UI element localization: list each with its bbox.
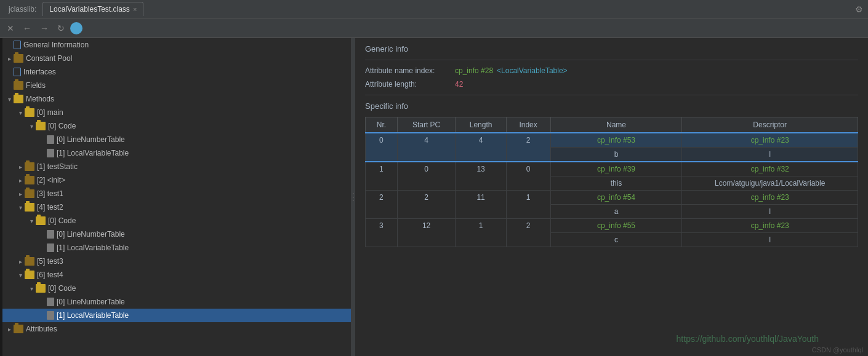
tree-item-test4[interactable]: [6] test4 [2,268,351,282]
tree-item-test-static[interactable]: [1] testStatic [2,160,351,173]
folder-icon [25,271,34,279]
table-cell: 2 [366,191,398,219]
tree-panel: General InformationConstant PoolInterfac… [2,38,352,356]
tree-item-test4-lvt[interactable]: [1] LocalVariableTable [2,309,351,322]
tree-item-attributes[interactable]: Attributes [2,322,351,336]
file-gray-icon [47,311,54,320]
tree-item-label: [0] Code [48,122,76,130]
table-cell[interactable]: cp_info #23 [682,133,858,148]
tree-item-main-lvt[interactable]: [1] LocalVariableTable [2,146,351,160]
tab-close-icon[interactable]: × [133,6,137,13]
tree-item-methods[interactable]: Methods [2,92,351,106]
table-cell[interactable]: cp_info #54 [550,191,682,205]
cp-link[interactable]: cp_info #39 [597,165,635,173]
tree-item-main-lnt[interactable]: [0] LineNumberTable [2,133,351,146]
forward-button[interactable]: → [37,22,52,34]
tree-item-test2-lvt[interactable]: [1] LocalVariableTable [2,241,351,255]
attr-length-value: 42 [455,80,463,89]
gear-button[interactable]: ⚙ [855,4,863,14]
table-cell: 2 [506,133,550,162]
tree-item-label: [0] Code [48,284,76,293]
folder-icon [36,284,46,293]
tree-item-main[interactable]: [0] main [2,106,351,119]
table-cell[interactable]: cp_info #23 [682,219,858,233]
tree-item-constant-pool[interactable]: Constant Pool [2,52,351,65]
file-gray-icon [47,135,54,144]
table-cell-desc-plain: Lcom/atguigu/java1/LocalVariable [682,176,858,191]
table-cell: 0 [366,133,398,162]
table-cell: 12 [397,219,456,247]
tree-item-test1[interactable]: [3] test1 [2,187,351,200]
table-header-name: Name [550,117,682,133]
cp-link[interactable]: cp_info #53 [597,136,635,144]
tab-label: LocalVariablesTest.class [49,5,130,14]
tree-item-test4-code[interactable]: [0] Code [2,282,351,295]
tree-item-main-code[interactable]: [0] Code [2,119,351,133]
table-cell: 3 [366,219,398,247]
tree-item-label: Fields [26,81,46,90]
folder-icon [14,81,23,90]
cp-link[interactable]: cp_info #32 [751,165,789,173]
table-row: 31212cp_info #55cp_info #23 [366,219,858,233]
attr-name-label: Attribute name index: [365,66,451,75]
tree-item-test2[interactable]: [4] test2 [2,200,351,214]
table-cell[interactable]: cp_info #39 [550,162,682,176]
tree-item-general-info[interactable]: General Information [2,38,351,52]
attr-name-link[interactable]: cp_info #28 [455,66,493,75]
table-cell: 2 [397,191,456,219]
file-gray-icon [47,243,54,252]
tree-item-label: [1] LocalVariableTable [57,243,129,252]
tree-item-interfaces[interactable]: Interfaces [2,65,351,79]
tree-arrow-icon [16,191,25,197]
close-button[interactable]: ✕ [4,22,17,34]
attr-name-value: <LocalVariableTable> [497,66,568,75]
folder-icon [14,325,23,333]
tree-item-label: [0] LineNumberTable [57,298,125,306]
folder-icon [14,95,23,103]
tree-item-label: [1] testStatic [37,162,78,171]
generic-info-title: Generic info [365,44,858,53]
table-cell[interactable]: cp_info #32 [682,162,858,176]
tree-item-label: [1] LocalVariableTable [57,149,129,157]
file-gray-icon [47,149,54,157]
table-cell-name-plain: this [550,176,682,191]
table-body: 0442cp_info #53cp_info #23bI10130cp_info… [366,133,858,247]
refresh-button[interactable]: ↻ [54,22,68,34]
cp-link[interactable]: cp_info #23 [751,221,789,230]
back-button[interactable]: ← [20,22,34,34]
table-cell-name-plain: b [550,148,682,162]
cp-link[interactable]: cp_info #23 [751,193,789,202]
main-layout: General InformationConstant PoolInterfac… [0,38,868,356]
table-cell-desc-plain: I [682,205,858,219]
tree-item-label: Methods [26,95,54,103]
tree-item-label: [0] LineNumberTable [57,135,125,144]
csdn-label: CSDN @youthlql [812,346,863,354]
folder-icon [25,189,34,198]
cp-link[interactable]: cp_info #23 [751,136,789,144]
tree-item-label: [0] LineNumberTable [57,230,125,239]
attr-length-label: Attribute length: [365,80,451,89]
active-tab[interactable]: LocalVariablesTest.class × [42,2,143,16]
table-row: 0442cp_info #53cp_info #23 [366,133,858,148]
cp-link[interactable]: cp_info #54 [597,193,635,202]
tree-item-test3[interactable]: [5] test3 [2,255,351,268]
table-header-row: Nr.Start PCLengthIndexNameDescriptor [366,117,858,133]
table-row: 10130cp_info #39cp_info #32 [366,162,858,176]
divider-2 [365,95,858,95]
table-cell[interactable]: cp_info #23 [682,191,858,205]
table-cell-name-plain: c [550,233,682,247]
toolbar: ✕ ← → ↻ [0,18,868,38]
tree-item-test2-code[interactable]: [0] Code [2,214,351,227]
cp-link[interactable]: cp_info #55 [597,221,635,230]
attr-length-row: Attribute length: 42 [365,80,858,89]
tree-item-test4-lnt[interactable]: [0] LineNumberTable [2,295,351,309]
table-header-index: Index [506,117,550,133]
tree-item-init[interactable]: [2] <init> [2,173,351,187]
tree-item-test2-lnt[interactable]: [0] LineNumberTable [2,227,351,241]
table-row: 22111cp_info #54cp_info #23 [366,191,858,205]
table-cell[interactable]: cp_info #53 [550,133,682,148]
tabs-container: jclasslib: LocalVariablesTest.class × [5,2,143,16]
tree-item-fields[interactable]: Fields [2,79,351,92]
tree-arrow-icon [16,258,25,265]
table-cell[interactable]: cp_info #55 [550,219,682,233]
